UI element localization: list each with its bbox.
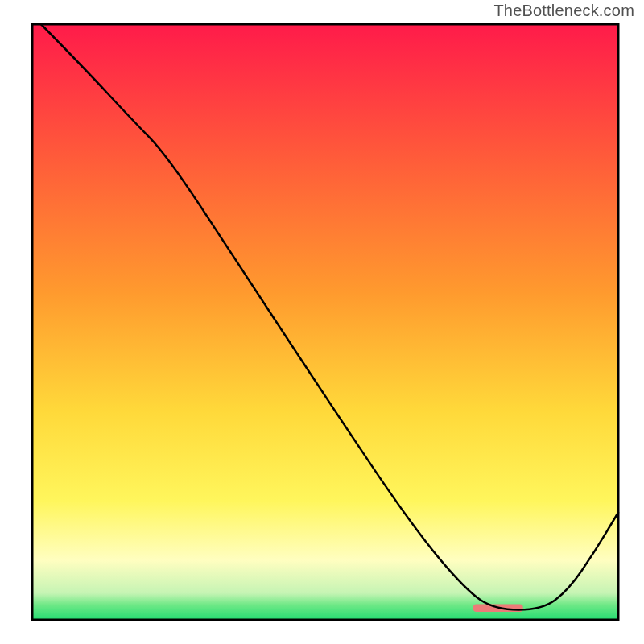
chart-stage: TheBottleneck.com [0, 0, 644, 644]
bottleneck-chart [0, 0, 644, 644]
attribution-text: TheBottleneck.com [493, 2, 634, 20]
gradient-panel [32, 24, 618, 620]
